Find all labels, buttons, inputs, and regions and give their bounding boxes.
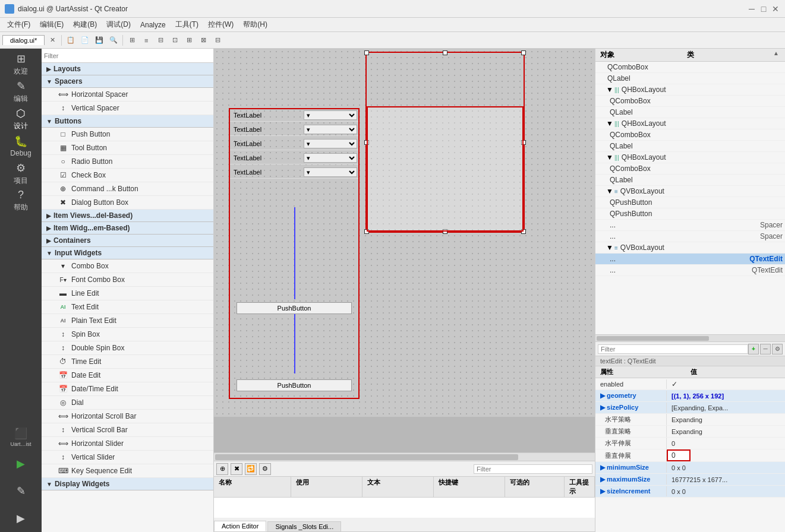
menu-widgets[interactable]: 控件(W) <box>203 18 238 31</box>
tree-item-qhboxlayout-2[interactable]: ▼ ||| QHBoxLayout <box>595 118 785 129</box>
widget-item-fontcombo[interactable]: F▾ Font Combo Box <box>42 273 213 287</box>
push-button-1[interactable]: PushButton <box>237 302 352 314</box>
tree-item-spacer-1[interactable]: ... Spacer <box>595 220 785 231</box>
toolbar-btn-1[interactable]: 📋 <box>64 34 77 47</box>
sidebar-item-build[interactable]: ✎ <box>3 479 39 505</box>
tree-item-qvboxlayout-2[interactable]: ▼ ≡ QVBoxLayout <box>595 242 785 254</box>
widget-group-spacers[interactable]: ▼ Spacers ⟺ Horizontal Spacer ↕ Vertical… <box>42 75 213 115</box>
widget-item-textedit[interactable]: AI Text Edit <box>42 300 213 314</box>
tree-item-qcombobox-3[interactable]: QComboBox <box>595 129 785 141</box>
widget-group-layouts-header[interactable]: ▶ Layouts <box>42 63 213 75</box>
widget-item-vscrollbar[interactable]: ↕ Vertical Scroll Bar <box>42 423 213 437</box>
widget-item-timeedit[interactable]: ⏱ Time Edit <box>42 355 213 369</box>
file-tab[interactable]: dialog.ui* <box>2 35 45 45</box>
toolbar-btn-9[interactable]: ⊞ <box>182 34 196 47</box>
widget-item-plaintextedit[interactable]: AI Plain Text Edit <box>42 314 213 328</box>
combo-select-3[interactable]: ▾ <box>304 139 357 148</box>
tree-scroll-thumb[interactable] <box>597 336 709 341</box>
action-refresh-button[interactable]: 🔁 <box>245 463 257 475</box>
bottom-filter-input[interactable] <box>474 464 592 474</box>
widget-item-checkbox[interactable]: ☑ Check Box <box>42 169 213 182</box>
widget-item-doublespinbox[interactable]: ↕ Double Spin Box <box>42 341 213 355</box>
widget-filter[interactable] <box>42 49 213 63</box>
sidebar-item-debug[interactable]: 🐛 Debug <box>3 133 39 159</box>
widget-item-dialogbtnbox[interactable]: ✖ Dialog Button Box <box>42 196 213 210</box>
widget-group-display-header[interactable]: ▼ Display Widgets <box>42 478 213 490</box>
canvas-hscroll[interactable] <box>214 452 595 461</box>
expand-icon[interactable]: ▼ <box>606 119 613 128</box>
sidebar-item-design[interactable]: ⬡ 设计 <box>3 106 39 132</box>
close-tab-button[interactable]: ✕ <box>46 34 59 47</box>
inner-text-edit[interactable] <box>367 106 524 232</box>
widget-group-display[interactable]: ▼ Display Widgets <box>42 478 213 490</box>
widget-item-hscrollbar[interactable]: ⟺ Horizontal Scroll Bar <box>42 410 213 423</box>
widget-item-combobox[interactable]: ▾ Combo Box <box>42 259 213 273</box>
combo-select-2[interactable]: ▾ <box>304 125 357 134</box>
maximize-button[interactable]: □ <box>759 4 768 14</box>
menu-debug[interactable]: 调试(D) <box>102 18 135 31</box>
sidebar-item-help[interactable]: ? 帮助 <box>3 188 39 214</box>
widget-group-buttons[interactable]: ▼ Buttons □ Push Button ▦ Tool Button ○ … <box>42 115 213 210</box>
widget-item-cmdbutton[interactable]: ⊕ Command ...k Button <box>42 182 213 196</box>
widget-filter-input[interactable] <box>44 52 211 59</box>
tree-item-qlabel-1[interactable]: QLabel <box>595 73 785 84</box>
tab-action-editor[interactable]: Action Editor <box>214 521 266 531</box>
hscroll-thumb[interactable] <box>215 454 518 460</box>
tree-item-qpushbutton-1[interactable]: QPushButton <box>595 197 785 208</box>
tree-item-qcombobox-4[interactable]: QComboBox <box>595 163 785 175</box>
sidebar-item-projects[interactable]: ⚙ 项目 <box>3 160 39 186</box>
expand-icon[interactable]: ▼ <box>606 86 613 94</box>
toolbar-btn-5[interactable]: ⊞ <box>125 34 138 47</box>
toolbar-btn-2[interactable]: 📄 <box>78 34 92 47</box>
combo-select-4[interactable]: ▾ <box>304 153 357 163</box>
tree-item-qcombobox-2[interactable]: QComboBox <box>595 96 785 107</box>
action-settings-button[interactable]: ⚙ <box>259 463 271 475</box>
toolbar-btn-11[interactable]: ⊟ <box>211 34 224 47</box>
sidebar-item-uart[interactable]: ⬛ Uart…ist <box>3 424 39 450</box>
menu-analyze[interactable]: Analyze <box>135 20 171 30</box>
widget-item-spinbox[interactable]: ↕ Spin Box <box>42 328 213 341</box>
sidebar-item-run2[interactable]: ▶ <box>3 506 39 532</box>
menu-tools[interactable]: 工具(T) <box>171 18 203 31</box>
tab-signals-slots[interactable]: Signals _Slots Edi... <box>267 521 341 531</box>
expand-icon[interactable]: ▼ <box>606 153 613 162</box>
widget-item-vspacer[interactable]: ↕ Vertical Spacer <box>42 102 213 115</box>
minimize-button[interactable]: ─ <box>747 4 756 14</box>
widget-group-itemwidgets[interactable]: ▶ Item Widg...em-Based) <box>42 222 213 235</box>
widget-group-input[interactable]: ▼ Input Widgets ▾ Combo Box F▾ Font Comb… <box>42 247 213 478</box>
toolbar-btn-6[interactable]: ≡ <box>140 34 153 47</box>
push-button-2[interactable]: PushButton <box>237 379 352 391</box>
tree-scroll-up[interactable]: ▲ <box>773 50 780 60</box>
widget-item-hslider[interactable]: ⟺ Horizontal Slider <box>42 437 213 451</box>
combo-select-5[interactable]: ▾ <box>304 167 357 177</box>
action-add-button[interactable]: ⊕ <box>216 463 228 475</box>
menu-edit[interactable]: 编辑(E) <box>35 18 68 31</box>
props-filter-input[interactable] <box>598 344 748 354</box>
toolbar-btn-8[interactable]: ⊡ <box>168 34 181 47</box>
toolbar-btn-7[interactable]: ⊟ <box>154 34 167 47</box>
widget-item-lineedit[interactable]: ▬ Line Edit <box>42 287 213 300</box>
action-delete-button[interactable]: ✖ <box>231 463 242 475</box>
widget-group-itemwidgets-header[interactable]: ▶ Item Widg...em-Based) <box>42 222 213 235</box>
expand-icon[interactable]: ▼ <box>606 187 613 195</box>
widget-group-spacers-header[interactable]: ▼ Spacers <box>42 75 213 88</box>
tree-item-qvboxlayout-1[interactable]: ▼ ≡ QVBoxLayout <box>595 186 785 197</box>
tree-item-qlabel-4[interactable]: QLabel <box>595 175 785 186</box>
widget-group-input-header[interactable]: ▼ Input Widgets <box>42 247 213 259</box>
tree-item-qhboxlayout-1[interactable]: ▼ ||| QHBoxLayout <box>595 84 785 96</box>
menu-help[interactable]: 帮助(H) <box>238 18 272 31</box>
tree-item-qlabel-3[interactable]: QLabel <box>595 141 785 152</box>
tree-item-qpushbutton-2[interactable]: QPushButton <box>595 208 785 220</box>
widget-item-vslider[interactable]: ↕ Vertical Slider <box>42 451 213 464</box>
sidebar-item-edit[interactable]: ✎ 编辑 <box>3 78 39 104</box>
tree-item-spacer-2[interactable]: ... Spacer <box>595 231 785 242</box>
tree-item-qcombobox-1[interactable]: QComboBox <box>595 62 785 73</box>
widget-group-itemviews-header[interactable]: ▶ Item Views...del-Based) <box>42 210 213 222</box>
tree-item-qtextedit-2[interactable]: ... QTextEdit <box>595 265 785 276</box>
menu-build[interactable]: 构建(B) <box>68 18 102 31</box>
tree-item-qtextedit-1[interactable]: ... QTextEdit <box>595 254 785 265</box>
widget-item-dateedit[interactable]: 📅 Date Edit <box>42 369 213 382</box>
props-settings-button[interactable]: ⚙ <box>772 344 783 354</box>
sidebar-item-run[interactable]: ▶ <box>3 451 39 477</box>
expand-icon[interactable]: ▼ <box>606 243 613 252</box>
